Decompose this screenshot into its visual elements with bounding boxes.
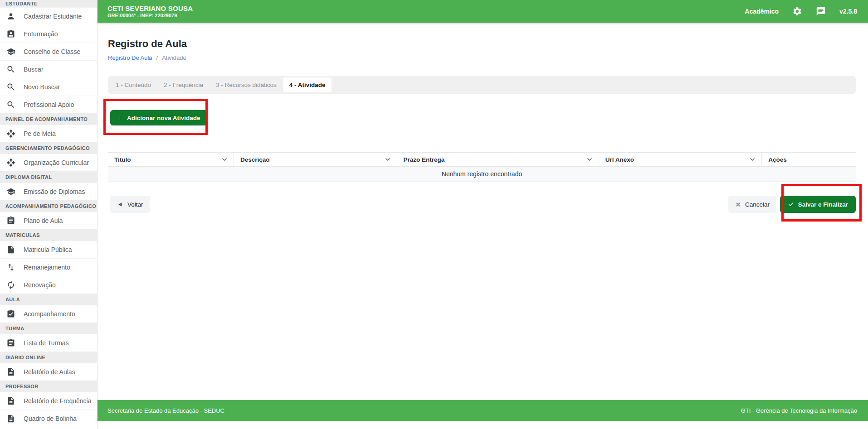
sidebar-item-relatorio-de-aulas[interactable]: Relatório de Aulas: [0, 363, 97, 381]
breadcrumb-current: Atividade: [162, 54, 186, 61]
search-icon: [6, 100, 15, 109]
column-header-label: Ações: [768, 156, 787, 163]
chevron-down-icon[interactable]: [749, 156, 756, 163]
sidebar-item-label: Matricula Pública: [24, 246, 72, 253]
chevron-down-icon[interactable]: [384, 156, 391, 163]
school-name: CETI SEVERIANO SOUSA: [107, 4, 193, 13]
school-icon: [6, 47, 15, 56]
sidebar-section-matriculas: MATRICULAS: [0, 229, 97, 241]
sidebar-item-conselho-de-classe[interactable]: Conselho de Classe: [0, 43, 97, 60]
chevron-down-icon[interactable]: [221, 156, 228, 163]
back-label: Voltar: [127, 201, 143, 208]
sidebar-item-profissional-apoio[interactable]: Profissional Apoio: [0, 96, 97, 113]
main-content: CETI SEVERIANO SOUSA GRE:00004ª - INEP: …: [98, 0, 868, 429]
app-version: v2.5.8: [839, 8, 857, 15]
sidebar-item-cadastrar-estudante[interactable]: Cadastrar Estudante: [0, 7, 97, 25]
sidebar-section-diario-online: DIÁRIO ONLINE: [0, 352, 97, 363]
sidebar-item-plano-de-aula[interactable]: Plano de Aula: [0, 212, 97, 229]
document-icon: [6, 414, 15, 423]
sidebar-item-label: Plano de Aula: [24, 217, 63, 224]
sidebar-item-novo-buscar[interactable]: Novo Buscar: [0, 78, 97, 96]
column-header-prazo-entrega[interactable]: Prazo Entrega: [397, 153, 599, 166]
school-icon: [6, 187, 15, 196]
school-identity: CETI SEVERIANO SOUSA GRE:00004ª - INEP: …: [107, 4, 193, 19]
activities-table: TituloDescriçaoPrazo EntregaUrl AnexoAçõ…: [108, 152, 856, 182]
person-icon: [6, 12, 15, 21]
sidebar-item-label: Enturmação: [24, 30, 58, 38]
save-finish-button[interactable]: Salvar e Finalizar: [780, 196, 856, 213]
sidebar-item-label: Relatório de Aulas: [24, 368, 75, 376]
sidebar-item-label: Profissional Apoio: [24, 101, 74, 108]
add-activity-button[interactable]: Adicionar nova Atividade: [110, 110, 207, 125]
sidebar-item-enturmacao[interactable]: Enturmação: [0, 25, 97, 43]
top-app-bar: CETI SEVERIANO SOUSA GRE:00004ª - INEP: …: [98, 0, 868, 23]
column-header-titulo[interactable]: Titulo: [108, 153, 234, 166]
sidebar-item-label: Emissão de Diplomas: [24, 188, 85, 195]
sidebar-item-label: Remanejamento: [24, 264, 70, 271]
check-icon: [788, 201, 794, 207]
cancel-label: Cancelar: [745, 201, 770, 208]
cancel-button[interactable]: Cancelar: [728, 196, 776, 213]
topbar-actions: Acadêmico v2.5.8: [745, 6, 857, 16]
profile-menu[interactable]: Acadêmico: [745, 8, 779, 15]
sidebar-item-renovacao[interactable]: Renovação: [0, 276, 97, 294]
sidebar-section-estudante: ESTUDANTE: [0, 0, 97, 7]
tab-2-frequencia[interactable]: 2 - Frequência: [157, 77, 210, 92]
chat-icon[interactable]: [816, 6, 826, 16]
swap-vert-icon: [6, 263, 15, 272]
sidebar-section-professor: PROFESSOR: [0, 381, 97, 392]
footer-left-text: Secretaria de Estado da Educação - SEDUC: [107, 407, 224, 414]
sidebar-item-label: Novo Buscar: [24, 83, 60, 91]
sidebar-item-buscar[interactable]: Buscar: [0, 60, 97, 78]
document-icon: [6, 367, 15, 376]
column-header-descricao[interactable]: Descriçao: [234, 153, 396, 166]
chevron-down-icon[interactable]: [586, 156, 593, 163]
tab-4-atividade[interactable]: 4 - Atividade: [283, 77, 332, 92]
footer: Secretaria de Estado da Educação - SEDUC…: [98, 400, 868, 421]
file-icon: [6, 245, 15, 254]
sidebar-item-label: Cadastrar Estudante: [24, 13, 82, 20]
column-header-label: Descriçao: [240, 156, 270, 163]
sidebar-item-remanejamento[interactable]: Remanejamento: [0, 258, 97, 276]
breadcrumb-link[interactable]: Registro De Aula: [108, 54, 152, 61]
sidebar-item-acompanhamento[interactable]: Acompanhamento: [0, 305, 97, 323]
back-icon: [117, 201, 123, 208]
sidebar-item-organizacao-curricular[interactable]: Organização Curricular: [0, 154, 97, 171]
sidebar-item-quadro-de-bolinha[interactable]: Quadro de Bolinha: [0, 410, 97, 427]
document-icon: [6, 396, 15, 405]
sidebar-item-matricula-publica[interactable]: Matricula Pública: [0, 241, 97, 258]
sidebar-item-relatorio-de-frequencia[interactable]: Relatório de Frequência: [0, 392, 97, 410]
empty-message: Nenhum registro encontrado: [442, 170, 522, 178]
column-header-url-anexo[interactable]: Url Anexo: [599, 153, 761, 166]
sidebar-section-gerenciamento-pedagogico: GERENCIAMENTO PEDAGÓGICO: [0, 142, 97, 154]
footer-right-text: GTI - Gerência de Tecnologia da Informaç…: [741, 407, 857, 414]
close-icon: [735, 202, 741, 207]
sidebar-item-label: Relatório de Frequência: [24, 397, 91, 405]
save-finish-label: Salvar e Finalizar: [798, 201, 848, 208]
sidebar: ESTUDANTECadastrar EstudanteEnturmaçãoCo…: [0, 0, 98, 429]
tab-1-conteudo[interactable]: 1 - Conteúdo: [109, 77, 157, 92]
clipboard-check-icon: [6, 309, 15, 318]
column-header-label: Prazo Entrega: [404, 156, 445, 163]
back-button[interactable]: Voltar: [110, 196, 150, 213]
tab-3-recursos-didaticos[interactable]: 3 - Recursos didáticos: [210, 77, 283, 92]
gear-icon[interactable]: [792, 6, 802, 16]
table-empty-row: Nenhum registro encontrado: [108, 167, 856, 182]
sidebar-menu: ESTUDANTECadastrar EstudanteEnturmaçãoCo…: [0, 0, 97, 427]
sidebar-section-painel-de-acompanhamento: PAINEL DE ACOMPANHAMENTO: [0, 113, 97, 125]
school-meta: GRE:00004ª - INEP: 22029079: [107, 13, 193, 19]
sidebar-item-label: Acompanhamento: [24, 310, 75, 318]
sidebar-item-emissao-de-diplomas[interactable]: Emissão de Diplomas: [0, 183, 97, 200]
sidebar-section-turma: TURMA: [0, 323, 97, 334]
badge-icon: [6, 29, 15, 39]
sidebar-section-acompanhamento-pedagogico: ACOMPANHAMENTO PEDAGÓGICO: [0, 200, 97, 212]
sidebar-item-label: Lista de Turmas: [24, 339, 69, 347]
sidebar-item-label: Organização Curricular: [24, 159, 89, 166]
sidebar-item-label: Renovação: [24, 281, 56, 289]
add-activity-label: Adicionar nova Atividade: [127, 115, 200, 121]
move-icon: [6, 129, 15, 138]
sidebar-item-lista-de-turmas[interactable]: Lista de Turmas: [0, 334, 97, 352]
sidebar-item-pe-de-meia[interactable]: Pe de Meia: [0, 125, 97, 142]
search-icon: [6, 82, 15, 92]
column-header-acoes[interactable]: Ações: [761, 153, 856, 166]
